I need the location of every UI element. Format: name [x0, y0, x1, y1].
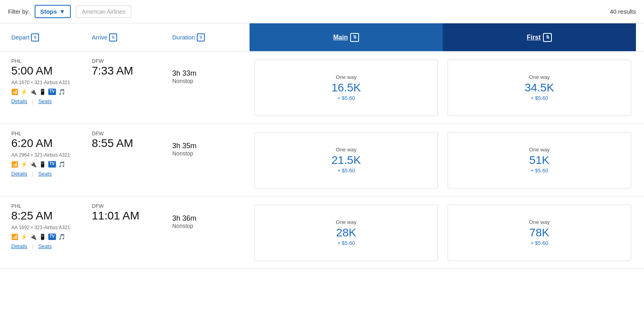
arrive-label: Arrive — [92, 34, 107, 41]
main-column-header[interactable]: Main ⇅ — [250, 23, 443, 51]
main-price-fee-1: + $5.60 — [337, 168, 355, 174]
arrive-airport-2: DFW — [92, 203, 166, 209]
amenities-2: 📶 ⚡ 🔌 📱 TV 🎵 — [11, 234, 85, 240]
main-price-box-0[interactable]: One way 16.5K + $5.60 — [254, 60, 438, 116]
arrive-sort-icon: ⇅ — [109, 33, 117, 41]
arrive-cell-0: DFW 7:33 AM — [89, 52, 169, 124]
details-button-1[interactable]: Details — [11, 171, 27, 177]
stops-dropdown-icon: ▼ — [59, 8, 65, 15]
first-price-cell-2[interactable]: One way 78K + $5.60 — [443, 197, 636, 269]
main-price-cell-0[interactable]: One way 16.5K + $5.60 — [250, 52, 443, 124]
duration-time-0: 3h 33m — [172, 69, 246, 78]
duration-sort-icon: ⇅ — [197, 33, 205, 41]
first-column-header[interactable]: First ⇅ — [443, 23, 636, 51]
first-price-fee-1: + $5.60 — [530, 168, 548, 174]
main-one-way-label-0: One way — [336, 74, 356, 80]
details-button-2[interactable]: Details — [11, 243, 27, 249]
mobile-icon-1: 📱 — [39, 161, 46, 168]
results-count: 40 results — [610, 8, 636, 15]
main-price-amount-1: 21.5K — [331, 154, 361, 167]
usb-icon-2: 🔌 — [30, 234, 37, 240]
main-price-box-2[interactable]: One way 28K + $5.60 — [254, 205, 438, 261]
main-price-cell-2[interactable]: One way 28K + $5.60 — [250, 197, 443, 269]
depart-airport-1: PHL — [11, 130, 85, 137]
seats-button-0[interactable]: Seats — [38, 98, 52, 104]
main-sort-icon: ⇅ — [350, 33, 359, 42]
power-icon-0: ⚡ — [21, 89, 27, 95]
first-one-way-label-0: One way — [529, 74, 549, 80]
flight-details-2: AA 1692 321-Airbus A321 — [11, 225, 85, 230]
first-price-fee-2: + $5.60 — [530, 240, 548, 246]
main-price-cell-1[interactable]: One way 21.5K + $5.60 — [250, 124, 443, 196]
first-one-way-label-2: One way — [529, 219, 549, 225]
flight-number-2: AA 1692 — [11, 225, 29, 230]
duration-cell-2: 3h 36m Nonstop — [169, 197, 250, 269]
first-price-box-0[interactable]: One way 34.5K + $5.60 — [448, 60, 631, 116]
airline-label: American Airlines — [82, 8, 125, 15]
seats-button-1[interactable]: Seats — [38, 171, 52, 177]
duration-sort-button[interactable]: Duration ⇅ — [172, 33, 205, 41]
depart-cell-2: PHL 8:25 AM AA 1692 321-Airbus A321 📶 ⚡ … — [8, 197, 89, 269]
main-price-fee-2: + $5.60 — [337, 240, 355, 246]
aircraft-2: 321-Airbus A321 — [34, 225, 70, 230]
power-icon-2: ⚡ — [21, 234, 27, 240]
amenities-1: 📶 ⚡ 🔌 📱 TV 🎵 — [11, 161, 85, 168]
first-price-box-1[interactable]: One way 51K + $5.60 — [448, 132, 631, 188]
stops-filter-button[interactable]: Stops ▼ — [35, 5, 71, 18]
main-one-way-label-2: One way — [336, 219, 356, 225]
arrive-sort-button[interactable]: Arrive ⇅ — [92, 33, 117, 41]
music-icon-2: 🎵 — [58, 234, 65, 240]
depart-time-1: 6:20 AM — [11, 137, 85, 150]
link-divider-2: | — [32, 243, 33, 249]
music-icon-0: 🎵 — [58, 89, 65, 95]
depart-column-header[interactable]: Depart ⇅ — [8, 23, 89, 51]
table-row: PHL 6:20 AM AA 2964 321-Airbus A321 📶 ⚡ … — [0, 124, 644, 197]
duration-label: Duration — [172, 34, 195, 41]
dot-sep-1 — [31, 154, 33, 156]
duration-cell-0: 3h 33m Nonstop — [169, 52, 250, 124]
airline-filter-button[interactable]: American Airlines — [76, 6, 131, 18]
link-divider-1: | — [32, 171, 33, 177]
depart-time-2: 8:25 AM — [11, 210, 85, 222]
main-price-box-1[interactable]: One way 21.5K + $5.60 — [254, 132, 438, 188]
flight-number-1: AA 2964 — [11, 152, 29, 158]
links-row-0: Details | Seats — [11, 98, 85, 104]
nonstop-label-1: Nonstop — [172, 150, 246, 157]
first-price-amount-0: 34.5K — [524, 82, 554, 94]
first-sort-icon: ⇅ — [543, 33, 552, 42]
usb-icon-1: 🔌 — [30, 161, 37, 168]
first-price-fee-0: + $5.60 — [530, 95, 548, 101]
depart-time-0: 5:00 AM — [11, 65, 85, 77]
first-price-cell-1[interactable]: One way 51K + $5.60 — [443, 124, 636, 196]
arrive-time-1: 8:55 AM — [92, 137, 166, 150]
nonstop-label-2: Nonstop — [172, 223, 246, 229]
depart-airport-0: PHL — [11, 58, 85, 64]
column-headers: Depart ⇅ Arrive ⇅ Duration ⇅ Main ⇅ Firs… — [0, 23, 644, 52]
arrive-airport-0: DFW — [92, 58, 166, 64]
links-row-1: Details | Seats — [11, 171, 85, 177]
flight-details-0: AA 1670 321-Airbus A321 — [11, 80, 85, 85]
tv-badge-0: TV — [48, 89, 56, 95]
first-price-box-2[interactable]: One way 78K + $5.60 — [448, 205, 631, 261]
duration-column-header[interactable]: Duration ⇅ — [169, 23, 250, 51]
usb-icon-0: 🔌 — [30, 89, 37, 95]
tv-badge-1: TV — [48, 161, 56, 168]
link-divider-0: | — [32, 98, 33, 104]
arrive-column-header[interactable]: Arrive ⇅ — [89, 23, 169, 51]
flights-list: PHL 5:00 AM AA 1670 321-Airbus A321 📶 ⚡ … — [0, 52, 644, 269]
duration-time-1: 3h 35m — [172, 142, 246, 150]
wifi-icon-0: 📶 — [11, 89, 18, 95]
depart-sort-button[interactable]: Depart ⇅ — [11, 33, 39, 41]
top-bar: Filter by: Stops ▼ American Airlines 40 … — [0, 0, 644, 23]
seats-button-2[interactable]: Seats — [38, 243, 52, 249]
arrive-cell-1: DFW 8:55 AM — [89, 124, 169, 196]
links-row-2: Details | Seats — [11, 243, 85, 249]
depart-cell-1: PHL 6:20 AM AA 2964 321-Airbus A321 📶 ⚡ … — [8, 124, 89, 196]
first-price-cell-0[interactable]: One way 34.5K + $5.60 — [443, 52, 636, 124]
flight-number-0: AA 1670 — [11, 80, 29, 85]
details-button-0[interactable]: Details — [11, 98, 27, 104]
main-price-amount-0: 16.5K — [331, 82, 361, 94]
main-price-amount-2: 28K — [336, 227, 356, 239]
dot-sep-2 — [31, 227, 33, 228]
first-one-way-label-1: One way — [529, 147, 549, 153]
